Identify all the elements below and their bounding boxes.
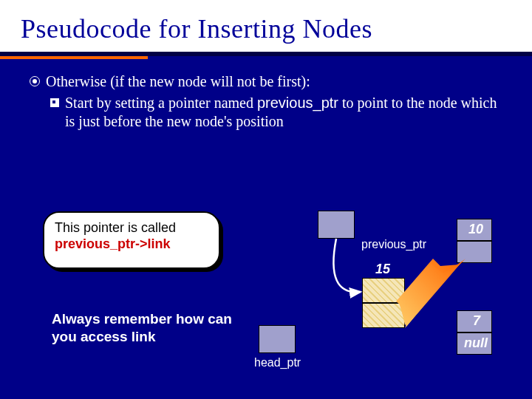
slide: Pseudocode for Inserting Nodes Otherwise… [0, 0, 532, 399]
b2-pre: Start by setting a pointer named [65, 95, 257, 111]
value-15: 15 [375, 262, 390, 277]
callout-box: This pointer is called previous_ptr->lin… [43, 211, 220, 269]
node-15-link [362, 303, 405, 328]
title-area: Pseudocode for Inserting Nodes [0, 0, 532, 52]
node-7-link [457, 332, 492, 355]
callout-line1: This pointer is called [55, 220, 208, 236]
svg-marker-2 [399, 259, 466, 327]
svg-marker-0 [396, 259, 460, 328]
b2-code: previous_ptr [257, 95, 338, 111]
value-null: null [464, 335, 488, 351]
value-7: 7 [473, 313, 480, 329]
node-10-link [457, 241, 492, 263]
svg-marker-1 [399, 260, 464, 325]
bullet-level2: Start by setting a pointer named previou… [50, 94, 502, 131]
head-ptr-box [259, 325, 296, 353]
node-10-data [457, 219, 492, 241]
node-15-data [362, 278, 405, 303]
head-ptr-label: head_ptr [254, 356, 301, 369]
node-7-data [457, 310, 492, 332]
bullet1-text: Otherwise (if the new node will not be f… [46, 72, 310, 91]
page-title: Pseudocode for Inserting Nodes [21, 13, 517, 44]
previous-ptr-box [318, 211, 355, 239]
content-area: Otherwise (if the new node will not be f… [0, 59, 532, 131]
remember-text: Always remember how can you access link [52, 310, 244, 346]
value-10: 10 [468, 222, 483, 237]
callout-shadow: This pointer is called previous_ptr->lin… [46, 214, 223, 272]
bullet-square-icon [50, 98, 59, 107]
previous-ptr-label: previous_ptr [361, 238, 426, 251]
bullet-circle-icon [30, 76, 40, 86]
bullet-level1: Otherwise (if the new node will not be f… [30, 72, 502, 91]
bullet2-text: Start by setting a pointer named previou… [65, 94, 502, 131]
callout-line2: previous_ptr->link [55, 236, 208, 253]
